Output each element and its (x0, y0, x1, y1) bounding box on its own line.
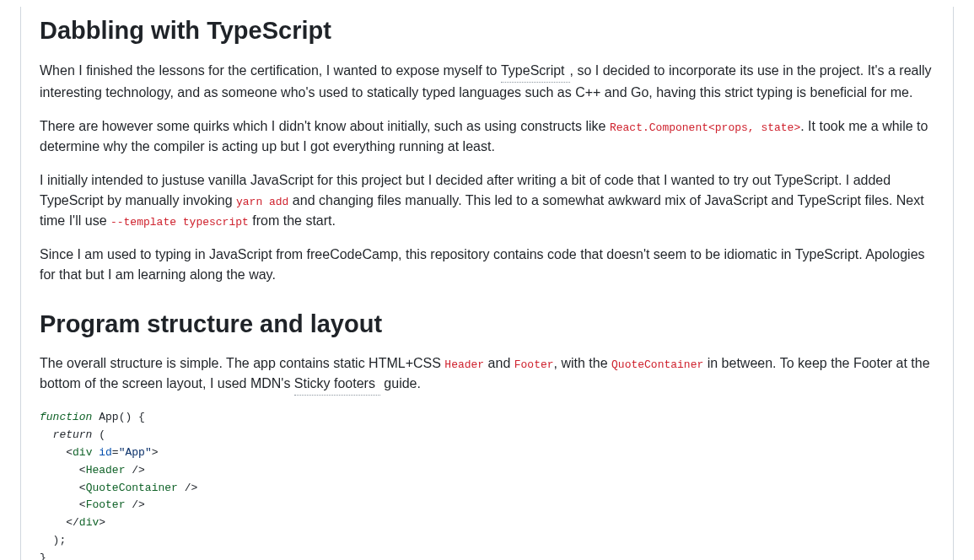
code-text: App() { (92, 411, 144, 423)
code-punc: /> (178, 482, 197, 494)
code-punc: > (99, 516, 105, 529)
code-punc: /> (125, 498, 144, 511)
code-punc: < (79, 482, 86, 494)
inline-code: React.Component<props, state> (610, 121, 800, 134)
code-punc: < (79, 464, 86, 477)
code-text (40, 446, 66, 459)
code-string: "App" (119, 446, 152, 459)
heading-structure: Program structure and layout (40, 309, 934, 341)
paragraph: The overall structure is simple. The app… (40, 353, 934, 396)
code-text: } (40, 552, 46, 560)
inline-code: QuoteContainer (611, 358, 703, 371)
code-text (40, 428, 53, 441)
code-text (40, 498, 79, 511)
code-text (40, 482, 79, 494)
text: , with the (554, 356, 611, 370)
article-card: Dabbling with TypeScript When I finished… (20, 7, 954, 560)
inline-code: Footer (514, 358, 554, 371)
text: When I finished the lessons for the cert… (40, 63, 501, 78)
text: The overall structure is simple. The app… (40, 356, 444, 370)
code-text: ( (92, 428, 105, 441)
text: and (484, 356, 514, 370)
text: There are however some quirks which I di… (40, 119, 610, 133)
paragraph: When I finished the lessons for the cert… (40, 61, 934, 103)
code-tag: Header (86, 464, 126, 477)
code-block: function App() { return ( <div id="App">… (40, 409, 934, 560)
code-attr: id (99, 446, 112, 459)
code-keyword: function (40, 411, 92, 423)
paragraph: I initially intended to justuse vanilla … (40, 170, 934, 231)
code-tag: QuoteContainer (86, 482, 178, 494)
text: from the start. (249, 213, 336, 228)
heading-typescript: Dabbling with TypeScript (40, 15, 934, 47)
link-sticky-footers[interactable]: Sticky footers (294, 374, 380, 396)
link-typescript[interactable]: TypeScript (501, 61, 570, 83)
code-text (40, 464, 79, 477)
code-punc: < (79, 498, 86, 511)
code-punc: </ (66, 516, 79, 529)
code-punc: > (152, 446, 159, 459)
code-text (40, 516, 66, 529)
code-keyword: return (53, 428, 93, 441)
link-text: TypeScript (501, 61, 565, 81)
code-text: ); (40, 534, 66, 547)
inline-code: --template typescript (110, 216, 249, 229)
inline-code: Header (444, 358, 484, 371)
link-text: Sticky footers (294, 374, 375, 394)
code-tag: div (73, 446, 92, 459)
code-punc: /> (125, 464, 144, 477)
code-punc: = (112, 446, 119, 459)
paragraph: There are however some quirks which I di… (40, 116, 934, 157)
paragraph: Since I am used to typing in JavaScript … (40, 245, 934, 285)
text: guide. (380, 376, 421, 390)
code-tag: Footer (86, 498, 126, 511)
code-punc: < (66, 446, 73, 459)
inline-code: yarn add (236, 196, 288, 208)
code-tag: div (79, 516, 99, 529)
